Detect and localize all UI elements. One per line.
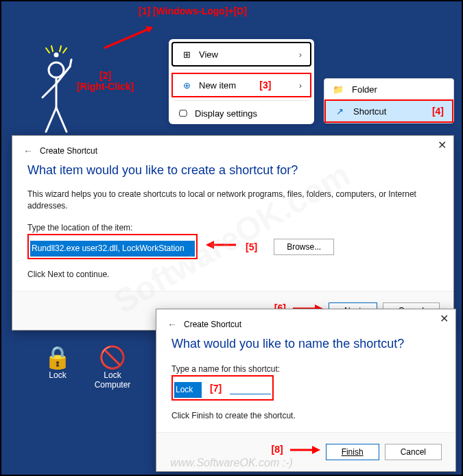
finish-button[interactable]: Finish [326, 444, 379, 460]
annotation-5: [5] [246, 240, 257, 254]
context-menu: ⊞ View › ⊕ New item [3] › 🖵 Display sett… [169, 39, 314, 124]
desktop-icon-lock-computer[interactable]: 🚫 Lock Computer [91, 344, 134, 390]
arrow-icon [101, 22, 163, 49]
divider [174, 69, 309, 70]
submenu-label: Folder [352, 84, 377, 95]
arrow-right-icon [289, 444, 320, 460]
name-label: Type a name for this shortcut: [171, 364, 440, 375]
submenu-label: Shortcut [353, 106, 386, 117]
arrow-left-icon [206, 239, 237, 254]
hint-text: Click Next to continue. [27, 269, 438, 281]
folder-icon: 📁 [333, 84, 344, 95]
icon-label: Lock [36, 370, 80, 380]
annotation-7: [7] [210, 381, 222, 395]
stick-figure [22, 43, 91, 139]
annotation-3: [3] [259, 80, 275, 91]
submenu-item-folder[interactable]: 📁 Folder [324, 79, 453, 99]
svg-line-5 [46, 108, 56, 132]
browse-button[interactable]: Browse... [274, 239, 334, 255]
chevron-right-icon: › [299, 80, 302, 91]
create-shortcut-dialog-2: ✕ ← Create Shortcut What would you like … [156, 309, 456, 472]
annotation-4: [4] [432, 106, 444, 117]
dialog-description: This wizard helps you to create shortcut… [27, 189, 438, 213]
dialog-header: Create Shortcut [40, 146, 97, 156]
monitor-icon: 🖵 [177, 108, 188, 119]
chevron-right-icon: › [299, 49, 302, 60]
shortcut-name-input[interactable] [174, 382, 202, 398]
close-icon[interactable]: ✕ [438, 139, 447, 152]
svg-point-7 [55, 53, 58, 56]
shortcut-icon: ↗ [334, 106, 345, 117]
dialog-title: What would you like to name the shortcut… [156, 333, 455, 359]
footer-watermark: www.SoftwareOK.com :-) [170, 457, 293, 469]
menu-label: New item [199, 80, 236, 91]
desktop-icon-lock[interactable]: 🔒 Lock [36, 344, 80, 380]
lock-icon: 🔒 [36, 344, 80, 370]
submenu-item-shortcut[interactable]: ↗ Shortcut [4] [324, 99, 453, 123]
svg-line-4 [70, 60, 71, 67]
dialog-title: What item would you like to create a sho… [12, 159, 453, 186]
menu-label: View [199, 49, 218, 60]
location-label: Type the location of the item: [27, 222, 438, 234]
divider [174, 100, 309, 101]
dialog-header: Create Shortcut [184, 320, 241, 329]
submenu: 📁 Folder ↗ Shortcut [4] [324, 78, 454, 123]
plus-circle-icon: ⊕ [181, 80, 192, 91]
icon-label: Lock Computer [91, 370, 134, 390]
svg-line-6 [56, 108, 67, 132]
menu-item-new[interactable]: ⊕ New item [3] › [171, 73, 311, 97]
annotation-1: [1] [Windows-Logo]+[D] [139, 5, 247, 16]
cancel-button[interactable]: Cancel [385, 444, 442, 460]
svg-line-2 [43, 84, 56, 97]
svg-point-0 [49, 62, 64, 78]
svg-marker-10 [206, 241, 214, 249]
back-icon[interactable]: ← [167, 319, 177, 330]
svg-marker-14 [312, 446, 320, 454]
menu-label: Display settings [195, 108, 257, 119]
menu-item-view[interactable]: ⊞ View › [171, 42, 311, 67]
back-icon[interactable]: ← [23, 145, 33, 156]
hint-text: Click Finish to create the shortcut. [171, 410, 440, 422]
location-input[interactable] [30, 241, 195, 257]
prohibit-icon: 🚫 [91, 344, 134, 370]
close-icon[interactable]: ✕ [440, 312, 449, 325]
menu-item-display[interactable]: 🖵 Display settings [169, 102, 314, 124]
grid-icon: ⊞ [181, 49, 192, 60]
create-shortcut-dialog-1: ✕ ← Create Shortcut What item would you … [12, 135, 454, 331]
